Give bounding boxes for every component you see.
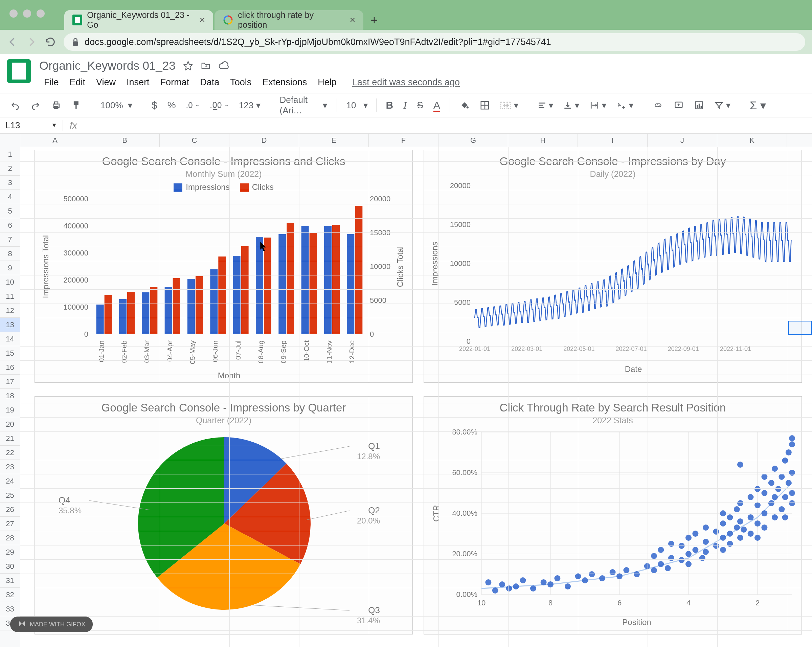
row-header[interactable]: 30 bbox=[0, 559, 20, 574]
sheets-logo-icon[interactable] bbox=[7, 59, 31, 83]
merge-cells-button[interactable]: ▾ bbox=[497, 98, 522, 113]
star-icon[interactable] bbox=[183, 61, 193, 71]
row-header[interactable]: 10 bbox=[0, 275, 20, 289]
row-header[interactable]: 15 bbox=[0, 346, 20, 360]
row-header[interactable]: 2 bbox=[0, 162, 20, 175]
close-tab-icon[interactable]: × bbox=[200, 15, 205, 25]
filter-button[interactable]: ▾ bbox=[711, 98, 734, 113]
row-header[interactable]: 31 bbox=[0, 574, 20, 588]
menu-edit[interactable]: Edit bbox=[65, 75, 90, 90]
redo-button[interactable] bbox=[27, 98, 44, 113]
font-family-dropdown[interactable]: Default (Ari… ▾ bbox=[276, 92, 331, 118]
row-header[interactable]: 6 bbox=[0, 218, 20, 232]
browser-tab-active[interactable]: Organic_Keywords 01_23 - Go × bbox=[64, 10, 213, 30]
menu-data[interactable]: Data bbox=[195, 75, 224, 90]
forward-button[interactable] bbox=[26, 36, 37, 48]
row-header[interactable]: 26 bbox=[0, 502, 20, 517]
address-bar[interactable]: docs.google.com/spreadsheets/d/1S2Q_yb_S… bbox=[64, 33, 805, 51]
decrease-decimal-button[interactable]: .0 ← bbox=[183, 98, 203, 113]
borders-button[interactable] bbox=[476, 98, 493, 113]
close-window-icon[interactable] bbox=[9, 9, 18, 18]
row-header[interactable]: 20 bbox=[0, 417, 20, 432]
move-icon[interactable] bbox=[201, 61, 211, 71]
close-tab-icon[interactable]: × bbox=[350, 15, 355, 25]
row-header[interactable]: 11 bbox=[0, 289, 20, 304]
row-header[interactable]: 12 bbox=[0, 304, 20, 318]
row-header[interactable]: 13 bbox=[0, 318, 20, 332]
percent-button[interactable]: % bbox=[164, 97, 179, 113]
row-header[interactable]: 27 bbox=[0, 517, 20, 531]
minimize-window-icon[interactable] bbox=[23, 9, 31, 18]
row-header[interactable]: 19 bbox=[0, 403, 20, 417]
currency-button[interactable]: $ bbox=[148, 97, 161, 114]
row-header[interactable]: 29 bbox=[0, 545, 20, 559]
row-header[interactable]: 8 bbox=[0, 247, 20, 261]
menu-file[interactable]: File bbox=[39, 75, 64, 90]
number-format-dropdown[interactable]: 123 ▾ bbox=[235, 98, 264, 113]
row-header[interactable]: 23 bbox=[0, 460, 20, 474]
insert-chart-button[interactable] bbox=[690, 98, 707, 113]
row-header[interactable]: 18 bbox=[0, 389, 20, 403]
functions-button[interactable]: Σ ▾ bbox=[746, 96, 769, 115]
col-header-C[interactable]: C bbox=[160, 134, 229, 147]
row-header[interactable]: 16 bbox=[0, 360, 20, 375]
row-header[interactable]: 9 bbox=[0, 261, 20, 275]
grid-body[interactable]: Google Search Console - Impressions and … bbox=[20, 147, 812, 647]
col-header-E[interactable]: E bbox=[299, 134, 369, 147]
col-header-H[interactable]: H bbox=[508, 134, 578, 147]
new-tab-button[interactable]: + bbox=[365, 11, 384, 30]
row-header[interactable]: 33 bbox=[0, 602, 20, 616]
increase-decimal-button[interactable]: .0̲0 → bbox=[206, 98, 232, 113]
zoom-dropdown[interactable]: 100% ▾ bbox=[97, 98, 136, 113]
chart-impressions-clicks[interactable]: Google Search Console - Impressions and … bbox=[35, 150, 413, 383]
col-header-J[interactable]: J bbox=[647, 134, 717, 147]
row-header[interactable]: 7 bbox=[0, 232, 20, 247]
row-header[interactable]: 3 bbox=[0, 175, 20, 190]
col-header-A[interactable]: A bbox=[20, 134, 90, 147]
maximize-window-icon[interactable] bbox=[37, 9, 45, 18]
row-header[interactable]: 32 bbox=[0, 588, 20, 602]
bold-button[interactable]: B bbox=[383, 97, 397, 114]
insert-link-button[interactable] bbox=[649, 98, 667, 112]
last-edit-link[interactable]: Last edit was seconds ago bbox=[348, 75, 464, 90]
menu-insert[interactable]: Insert bbox=[122, 75, 154, 90]
menu-extensions[interactable]: Extensions bbox=[258, 75, 311, 90]
col-header-B[interactable]: B bbox=[90, 134, 160, 147]
text-color-button[interactable]: A bbox=[430, 97, 444, 114]
cloud-status-icon[interactable] bbox=[218, 61, 230, 71]
chart-ctr-position[interactable]: Click Through Rate by Search Result Posi… bbox=[424, 396, 802, 635]
text-wrap-button[interactable]: ▾ bbox=[586, 98, 610, 113]
menu-format[interactable]: Format bbox=[156, 75, 194, 90]
row-header[interactable]: 22 bbox=[0, 446, 20, 460]
strikethrough-button[interactable]: S bbox=[414, 97, 427, 113]
chart-impressions-quarter[interactable]: Google Search Console - Impressions by Q… bbox=[35, 396, 413, 635]
back-button[interactable] bbox=[7, 36, 18, 48]
row-header[interactable]: 21 bbox=[0, 432, 20, 446]
font-size-dropdown[interactable]: 10 ▾ bbox=[343, 98, 370, 113]
row-header[interactable]: 5 bbox=[0, 204, 20, 218]
col-header-K[interactable]: K bbox=[717, 134, 787, 147]
horizontal-align-button[interactable]: ▾ bbox=[534, 98, 557, 113]
row-header[interactable]: 25 bbox=[0, 488, 20, 502]
name-box[interactable]: L13▼ bbox=[0, 120, 63, 131]
document-title[interactable]: Organic_Keywords 01_23 bbox=[39, 59, 176, 72]
row-header[interactable]: 28 bbox=[0, 531, 20, 545]
italic-button[interactable]: I bbox=[400, 97, 410, 114]
col-header-I[interactable]: I bbox=[578, 134, 647, 147]
menu-view[interactable]: View bbox=[92, 75, 121, 90]
undo-button[interactable] bbox=[7, 98, 24, 113]
chart-impressions-daily[interactable]: Google Search Console - Impressions by D… bbox=[424, 150, 802, 383]
paint-format-button[interactable] bbox=[68, 98, 85, 113]
print-button[interactable] bbox=[47, 98, 65, 113]
menu-help[interactable]: Help bbox=[313, 75, 341, 90]
browser-tab-inactive[interactable]: click through rate by position × bbox=[215, 10, 363, 30]
col-header-G[interactable]: G bbox=[438, 134, 508, 147]
insert-comment-button[interactable] bbox=[670, 98, 687, 113]
row-header[interactable]: 24 bbox=[0, 474, 20, 488]
row-header[interactable]: 4 bbox=[0, 190, 20, 204]
row-header[interactable]: 17 bbox=[0, 375, 20, 389]
reload-button[interactable] bbox=[45, 36, 56, 48]
col-header-D[interactable]: D bbox=[229, 134, 299, 147]
fill-color-button[interactable] bbox=[456, 98, 473, 113]
text-rotation-button[interactable]: A ▾ bbox=[613, 98, 637, 113]
